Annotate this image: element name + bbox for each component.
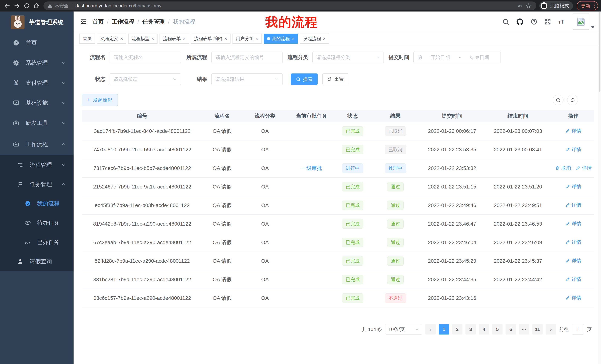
close-icon[interactable] xyxy=(120,36,123,41)
detail-action[interactable]: 详情 xyxy=(565,239,581,245)
fullscreen-icon[interactable] xyxy=(544,18,551,25)
url-text[interactable]: dashboard.yudao.iocoder.cn/bpm/task/my xyxy=(75,3,161,9)
detail-action[interactable]: 详情 xyxy=(576,165,592,171)
font-size-icon[interactable]: TT xyxy=(558,18,566,25)
tab[interactable]: 流程模型 xyxy=(128,34,158,44)
sidebar-collapse-icon[interactable] xyxy=(80,18,87,25)
detail-action[interactable]: 详情 xyxy=(565,146,581,153)
sidebar-item-process-management[interactable]: 流程管理 xyxy=(0,155,74,175)
reset-button[interactable]: 重置 xyxy=(322,74,348,85)
forward-icon[interactable] xyxy=(13,1,21,10)
svg-text:T: T xyxy=(561,19,564,25)
app-logo[interactable]: 芋道管理系统 xyxy=(0,11,74,33)
page-button[interactable]: 5 xyxy=(492,324,502,335)
goto-page-input[interactable] xyxy=(572,324,584,335)
user-menu[interactable] xyxy=(573,14,595,30)
status-badge: 已完成 xyxy=(342,275,363,284)
back-icon[interactable] xyxy=(3,1,11,10)
avatar[interactable] xyxy=(573,14,589,30)
process-name-input[interactable] xyxy=(110,52,181,63)
parent-process-input[interactable] xyxy=(211,52,283,63)
detail-action[interactable]: 详情 xyxy=(565,220,581,227)
page-button[interactable]: 1 xyxy=(439,324,449,335)
bookmark-star-icon[interactable] xyxy=(524,1,533,10)
goto-label: 前往 xyxy=(559,326,569,333)
status-select[interactable]: 请选择状态 xyxy=(110,74,181,85)
sidebar-item-task-management[interactable]: 任务管理 xyxy=(0,175,74,194)
tab[interactable]: 流程表单 xyxy=(160,34,189,44)
sidebar-menu: 首页 系统管理 ¥ 支付管理 基础设施 xyxy=(0,33,74,271)
annotation-text: 我的流程 xyxy=(265,14,318,31)
breadcrumb-home[interactable]: 首页 xyxy=(92,18,104,26)
tab[interactable]: 我的流程 xyxy=(264,34,298,44)
page-button[interactable]: 2 xyxy=(452,324,462,335)
detail-action[interactable]: 详情 xyxy=(565,276,581,283)
search-icon[interactable] xyxy=(502,18,509,25)
scrollbar[interactable] xyxy=(598,11,601,364)
app-title: 芋道管理系统 xyxy=(29,18,63,26)
sidebar-item-workflow[interactable]: 工作流程 xyxy=(0,133,74,155)
sidebar-item-infra[interactable]: 基础设施 xyxy=(0,93,74,113)
sidebar-item-devtools[interactable]: 研发工具 xyxy=(0,113,74,133)
close-icon[interactable] xyxy=(256,36,258,41)
browser-menu-icon[interactable] xyxy=(593,3,595,9)
close-icon[interactable] xyxy=(151,36,154,41)
home-icon[interactable] xyxy=(32,1,40,10)
start-date-placeholder[interactable]: 开始日期 xyxy=(422,54,458,61)
tab[interactable]: 流程定义 xyxy=(97,34,126,44)
process-category: OA xyxy=(242,159,288,178)
security-label[interactable]: 不安全 xyxy=(55,3,69,9)
tab[interactable]: 首页 xyxy=(80,34,95,44)
sidebar-item-done-tasks[interactable]: 已办任务 xyxy=(0,232,74,252)
sidebar-item-leave-query[interactable]: 请假查询 xyxy=(0,252,74,271)
create-process-button[interactable]: 发起流程 xyxy=(82,94,118,106)
gear-icon xyxy=(12,59,20,67)
page-size-select[interactable]: 10条/页 xyxy=(385,324,422,335)
cancel-action[interactable]: 取消 xyxy=(555,165,571,171)
close-icon[interactable] xyxy=(323,36,326,41)
close-icon[interactable] xyxy=(182,36,185,41)
next-page-button[interactable] xyxy=(546,324,556,335)
sidebar-item-home[interactable]: 首页 xyxy=(0,33,74,53)
page-button[interactable]: 4 xyxy=(479,324,489,335)
address-bar[interactable]: 不安全 dashboard.yudao.iocoder.cn/bpm/task/… xyxy=(43,1,536,10)
github-icon[interactable] xyxy=(516,18,524,26)
search-button[interactable]: 搜索 xyxy=(291,74,318,85)
sidebar-item-my-process[interactable]: 我的流程 xyxy=(0,194,74,213)
page-button[interactable]: ••• xyxy=(519,324,529,335)
prev-page-button[interactable] xyxy=(425,324,436,335)
detail-action[interactable]: 详情 xyxy=(565,183,581,190)
sidebar-item-todo-tasks[interactable]: 待办任务 xyxy=(0,213,74,232)
category-select[interactable]: 请选择流程分类 xyxy=(312,52,384,63)
page-button[interactable]: 3 xyxy=(465,324,476,335)
sidebar-item-system[interactable]: 系统管理 xyxy=(0,53,74,73)
toggle-search-button[interactable] xyxy=(553,95,563,105)
edit-pen-icon xyxy=(565,184,570,189)
sidebar-item-payment[interactable]: ¥ 支付管理 xyxy=(0,73,74,93)
scrollbar-thumb[interactable] xyxy=(599,12,601,92)
end-date-placeholder[interactable]: 结束日期 xyxy=(462,54,497,61)
result-select[interactable]: 请选择流结果 xyxy=(211,74,283,85)
help-icon[interactable] xyxy=(531,18,538,25)
reload-icon[interactable] xyxy=(22,1,31,10)
breadcrumb-task-management[interactable]: 任务管理 xyxy=(142,18,165,26)
update-button[interactable]: 更新 xyxy=(577,1,598,10)
detail-action[interactable]: 详情 xyxy=(565,258,581,264)
key-icon[interactable] xyxy=(516,1,524,10)
page-button[interactable]: 11 xyxy=(532,324,543,335)
tab[interactable]: 流程表单-编辑 xyxy=(191,34,230,44)
close-icon[interactable] xyxy=(224,36,227,41)
breadcrumb-workflow[interactable]: 工作流程 xyxy=(112,18,134,26)
detail-action[interactable]: 详情 xyxy=(565,202,581,208)
detail-action[interactable]: 详情 xyxy=(565,128,581,134)
current-task-link[interactable]: 一级审批 xyxy=(301,165,322,171)
submit-time-range-picker[interactable]: 开始日期 - 结束日期 xyxy=(413,52,501,63)
col-name: 流程名 xyxy=(203,110,242,122)
close-icon[interactable] xyxy=(291,36,294,41)
page-button[interactable]: 6 xyxy=(506,324,516,335)
chevron-down-icon xyxy=(415,327,419,331)
refresh-table-button[interactable] xyxy=(567,95,578,105)
detail-action[interactable]: 详情 xyxy=(565,295,581,301)
tab[interactable]: 发起流程 xyxy=(300,34,329,44)
tab[interactable]: 用户分组 xyxy=(232,34,262,44)
